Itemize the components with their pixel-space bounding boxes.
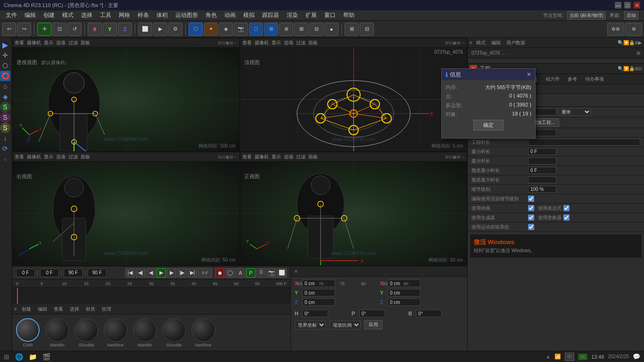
current-frame-input[interactable] bbox=[16, 269, 35, 277]
snap-btn[interactable]: ⊞ bbox=[345, 23, 359, 36]
viewport-front[interactable]: 查看 摄像机 显示 选项 过滤 面板 ⊞⊟▣⊠↔ bbox=[240, 152, 468, 266]
status-folder-icon[interactable]: 📁 bbox=[29, 353, 37, 361]
sidebar-mode-active[interactable]: ⭕ bbox=[0, 71, 10, 81]
prop-prev-max-input[interactable] bbox=[528, 176, 556, 183]
prop-use-expr-check[interactable] bbox=[563, 205, 570, 211]
move-tool[interactable]: ✛ bbox=[37, 23, 51, 36]
menu-mograph[interactable]: 运动图形 bbox=[172, 10, 202, 20]
frame-end-input[interactable] bbox=[64, 269, 83, 277]
sidebar-s1[interactable]: S bbox=[0, 102, 10, 112]
vp4-camera[interactable]: 摄像机 bbox=[255, 154, 269, 160]
material-waistlin2[interactable]: Waistlin bbox=[133, 318, 157, 347]
axis-y-btn[interactable]: Y bbox=[103, 23, 117, 36]
prop-prev-min-input[interactable] bbox=[528, 167, 556, 174]
coord-p-input[interactable] bbox=[359, 310, 385, 317]
vp1-filter[interactable]: 过滤 bbox=[68, 40, 78, 46]
close-btn[interactable]: ✕ bbox=[634, 2, 640, 8]
vp4-options[interactable]: 选项 bbox=[284, 154, 293, 160]
vp1-display[interactable]: 显示 bbox=[44, 40, 53, 46]
play-btn[interactable]: ▶ bbox=[157, 268, 166, 278]
prop-scale-unit[interactable]: 厘米 bbox=[558, 108, 591, 116]
go-start-btn[interactable]: |◀ bbox=[125, 268, 135, 278]
menu-simulate[interactable]: 模拟 bbox=[239, 10, 258, 20]
props-tab-dynamics[interactable]: 动力学 bbox=[542, 75, 563, 83]
material-cloth[interactable]: Cloth bbox=[16, 318, 40, 347]
menu-tracker[interactable]: 跟踪器 bbox=[258, 10, 283, 20]
props-tab-reference[interactable]: 参考 bbox=[564, 75, 581, 83]
plugin-btn[interactable]: ⚙ bbox=[625, 23, 642, 36]
sidebar-mode-model[interactable]: ▶ bbox=[0, 40, 10, 50]
sidebar-s2[interactable]: S bbox=[0, 112, 10, 123]
menu-volume[interactable]: 体积 bbox=[153, 10, 172, 20]
menu-mesh[interactable]: 网格 bbox=[115, 10, 134, 20]
sidebar-s3[interactable]: S bbox=[0, 123, 10, 133]
menu-character[interactable]: 角色 bbox=[202, 10, 221, 20]
menu-select[interactable]: 选择 bbox=[77, 10, 96, 20]
coord-z1-input[interactable] bbox=[302, 298, 335, 306]
status-cinema-icon[interactable]: 🎬 bbox=[42, 353, 50, 361]
rp-file-btn[interactable]: 模式 bbox=[474, 40, 487, 46]
vp2-view[interactable]: 查看 bbox=[242, 40, 252, 46]
vp4-filter[interactable]: 过滤 bbox=[296, 154, 305, 160]
menu-window[interactable]: 窗口 bbox=[321, 10, 339, 20]
auto-key-btn[interactable]: A bbox=[236, 268, 245, 278]
menu-animate[interactable]: 动画 bbox=[221, 10, 239, 20]
prop-lod-input[interactable] bbox=[528, 186, 556, 193]
prop-use-mcs-check[interactable] bbox=[528, 224, 534, 230]
effector-btn[interactable]: ⊛ bbox=[279, 23, 293, 36]
cam-track-btn[interactable]: 📷 bbox=[267, 268, 276, 278]
menu-edit[interactable]: 编辑 bbox=[21, 10, 40, 20]
sidebar-mode-sculpt[interactable]: ⬡ bbox=[0, 60, 10, 71]
axis-z-btn[interactable]: Z bbox=[118, 23, 132, 36]
material-neckline2[interactable]: Neckline bbox=[191, 318, 215, 347]
frame-start-input[interactable] bbox=[40, 269, 59, 277]
vp3-filter[interactable]: 过滤 bbox=[68, 154, 78, 160]
redo-btn[interactable]: ↪ bbox=[17, 23, 31, 36]
menu-help[interactable]: 帮助 bbox=[339, 10, 358, 20]
vp4-content[interactable]: Y X www.CGMXW.com X Y bbox=[240, 162, 467, 265]
vp1-view[interactable]: 查看 bbox=[15, 40, 24, 46]
coord-z2-input[interactable] bbox=[388, 298, 421, 306]
cam-btn[interactable]: 📷 bbox=[234, 23, 248, 36]
menu-file[interactable]: 文件 bbox=[2, 10, 21, 20]
render-btn[interactable]: ⚙ bbox=[168, 23, 182, 36]
next-key-btn[interactable]: |▶ bbox=[177, 268, 187, 278]
vp3-panel[interactable]: 面板 bbox=[81, 154, 90, 160]
maximize-btn[interactable]: □ bbox=[624, 2, 631, 8]
sidebar-diamond2[interactable]: ⬦ bbox=[0, 154, 10, 164]
constraint-btn[interactable]: ⊞ bbox=[294, 23, 308, 36]
vp3-camera[interactable]: 摄像机 bbox=[27, 154, 41, 160]
vp2-filter[interactable]: 过滤 bbox=[296, 40, 305, 46]
vp4-display[interactable]: 显示 bbox=[272, 154, 281, 160]
align-btn[interactable]: ⊟ bbox=[360, 23, 374, 36]
status-ime[interactable]: 中 bbox=[565, 353, 574, 361]
vp3-content[interactable]: www.CGMXW.com Y Z 右视图 网格间距: 50 cm bbox=[13, 162, 239, 265]
vp3-options[interactable]: 选项 bbox=[56, 154, 66, 160]
rp-edit-btn[interactable]: 编辑 bbox=[489, 40, 503, 46]
prop-max-time-input[interactable] bbox=[528, 157, 556, 165]
apply-btn[interactable]: 应用 bbox=[364, 320, 382, 329]
vp2-camera[interactable]: 摄像机 bbox=[255, 40, 269, 46]
menu-create[interactable]: 创建 bbox=[40, 10, 58, 20]
vp2-display[interactable]: 显示 bbox=[272, 40, 281, 46]
scale-select[interactable]: 缩放比例 bbox=[330, 321, 361, 329]
go-end-btn[interactable]: ▶| bbox=[188, 268, 197, 278]
sym-btn[interactable]: ⊟ bbox=[309, 23, 323, 36]
material-btn[interactable]: ◈ bbox=[219, 23, 233, 36]
step-back-btn[interactable]: ◀ bbox=[146, 268, 156, 278]
prop-use-gen-check[interactable] bbox=[528, 214, 534, 221]
sidebar-mode-mesh[interactable]: ✛ bbox=[0, 50, 10, 60]
viewport-perspective[interactable]: 查看 摄像机 显示 选项 过滤 面板 ⊞⊟▣⊠↔ bbox=[12, 38, 240, 152]
window-controls[interactable]: — □ ✕ bbox=[615, 2, 640, 8]
status-browser-icon[interactable]: 🌐 bbox=[15, 353, 23, 361]
menu-spline[interactable]: 样条 bbox=[134, 10, 153, 20]
select-btn[interactable]: ⬜ bbox=[138, 23, 152, 36]
vp2-panel[interactable]: 面板 bbox=[308, 40, 318, 46]
props-tab-todo[interactable]: 待办事项 bbox=[581, 75, 608, 83]
render-preview[interactable]: ▶ bbox=[153, 23, 167, 36]
script-btn[interactable]: ⚙⚙ bbox=[607, 23, 624, 36]
material-shoulde1[interactable]: Shoulde bbox=[74, 318, 98, 347]
vp4-view[interactable]: 查看 bbox=[242, 154, 252, 160]
vp3-view[interactable]: 查看 bbox=[15, 154, 24, 160]
world-coord-select[interactable]: 世界坐标 bbox=[295, 321, 326, 329]
